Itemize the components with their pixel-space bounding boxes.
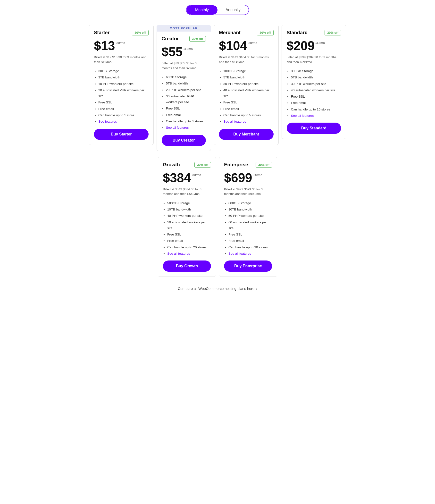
most-popular-banner: MOST POPULAR: [157, 25, 211, 32]
list-item: Free SSL: [166, 106, 206, 111]
discount-badge-merchant: 30% off: [257, 30, 273, 36]
price-dollar-enterprise: $699: [224, 171, 252, 184]
list-item: 300GB Storage: [291, 68, 341, 74]
list-item: 30 PHP workers per site: [223, 81, 274, 87]
billing-note-merchant: Billed at $149 $104.30 for 3 months and …: [219, 55, 274, 64]
price-suffix-starter: .30/mo: [115, 41, 125, 45]
original-price-merchant: $149: [231, 55, 238, 59]
buy-starter-button[interactable]: Buy Starter: [94, 129, 149, 140]
billing-text-starter: $13.30 for 3 months and then $19/mo: [94, 55, 146, 64]
list-item: 5TB bandwidth: [291, 74, 341, 80]
price-dollar-merchant: $104: [219, 39, 247, 52]
card-header-starter: Starter 30% off: [94, 30, 149, 36]
discount-badge-creator: 30% off: [189, 36, 206, 42]
billing-note-starter: Billed at $19 $13.30 for 3 months and th…: [94, 55, 149, 64]
see-features-link-enterprise[interactable]: See all features: [228, 252, 251, 255]
plan-name-merchant: Merchant: [219, 30, 240, 36]
buy-creator-button[interactable]: Buy Creator: [162, 135, 206, 146]
plan-name-starter: Starter: [94, 30, 109, 36]
discount-badge-enterprise: 30% off: [256, 162, 272, 168]
price-block-merchant: $104 .30/mo: [219, 39, 274, 52]
list-item: 40 autoscaled PHP workers per site: [223, 87, 274, 99]
original-price-growth: $549: [175, 188, 182, 191]
list-item: Free SSL: [98, 99, 149, 105]
original-price-standard: $299: [299, 55, 306, 59]
see-features-link-creator[interactable]: See all features: [166, 126, 189, 129]
billing-text-merchant: $104.30 for 3 months and then $149/mo: [219, 55, 269, 64]
plan-card-growth: Growth 30% off $384 .30/mo Billed at $54…: [158, 157, 216, 277]
list-item: Free SSL: [223, 99, 274, 105]
price-suffix-enterprise: .30/mo: [253, 173, 262, 177]
discount-badge-starter: 30% off: [132, 30, 148, 36]
list-item: See features: [98, 119, 149, 125]
billing-text-standard: $209.30 for 3 months and then $299/mo: [287, 55, 337, 64]
buy-merchant-button[interactable]: Buy Merchant: [219, 129, 274, 140]
discount-badge-growth: 30% off: [195, 162, 211, 168]
list-item: 20 PHP workers per site: [166, 87, 206, 93]
list-item: Free email: [167, 238, 211, 244]
price-block-enterprise: $699 .30/mo: [224, 171, 272, 184]
price-block-starter: $13 .30/mo: [94, 39, 149, 52]
monthly-toggle-btn[interactable]: Monthly: [186, 5, 217, 15]
billing-note-enterprise: Billed at $999 $699.30 for 3 months and …: [224, 187, 272, 196]
list-item: Free email: [166, 112, 206, 118]
plan-card-standard: Standard 30% off $209 .30/mo Billed at $…: [282, 25, 346, 139]
billing-note-standard: Billed at $299 $209.30 for 3 months and …: [287, 55, 341, 64]
price-block-growth: $384 .30/mo: [163, 171, 211, 184]
price-block-creator: $55 .30/mo: [162, 45, 206, 58]
original-price-creator: $79: [174, 62, 179, 65]
buy-enterprise-button[interactable]: Buy Enterprise: [224, 261, 272, 272]
list-item: Free SSL: [167, 232, 211, 237]
plans-row-2: Growth 30% off $384 .30/mo Billed at $54…: [89, 157, 346, 277]
list-item: 5TB bandwidth: [223, 74, 274, 80]
list-item: Free email: [291, 100, 341, 106]
annually-toggle-btn[interactable]: Annually: [217, 5, 249, 15]
price-suffix-standard: .30/mo: [315, 41, 325, 45]
list-item: See all features: [223, 119, 274, 125]
price-suffix-merchant: .30/mo: [248, 41, 257, 45]
buy-growth-button[interactable]: Buy Growth: [163, 261, 211, 272]
price-suffix-creator: .30/mo: [183, 47, 193, 51]
price-dollar-standard: $209: [287, 39, 315, 52]
list-item: 40 autoscaled workers per site: [291, 87, 341, 93]
plan-name-growth: Growth: [163, 162, 180, 168]
plan-name-creator: Creator: [162, 36, 179, 42]
list-item: 10 PHP workers per site: [98, 81, 149, 87]
list-item: Free email: [98, 106, 149, 112]
plan-card-starter: Starter 30% off $13 .30/mo Billed at $19…: [89, 25, 154, 145]
list-item: 500GB Storage: [167, 200, 211, 206]
price-block-standard: $209 .30/mo: [287, 39, 341, 52]
features-list-merchant: 100GB Storage 5TB bandwidth 30 PHP worke…: [219, 68, 274, 125]
billing-text-growth: $384.30 for 3 months and then $549/mo: [163, 188, 202, 196]
list-item: Can handle up to 30 stores: [228, 244, 272, 250]
see-features-link-standard[interactable]: See all features: [291, 114, 314, 117]
compare-link[interactable]: Compare all WooCommerce hosting plans he…: [178, 287, 257, 291]
price-dollar-starter: $13: [94, 39, 115, 52]
see-features-link-starter[interactable]: See features: [98, 120, 117, 123]
card-header-enterprise: Enterprise 30% off: [224, 162, 272, 168]
original-price-starter: $19: [106, 55, 111, 59]
list-item: 40 PHP workers per site: [167, 213, 211, 219]
price-dollar-creator: $55: [162, 45, 183, 58]
compare-link-text: Compare all WooCommerce hosting plans he…: [178, 287, 254, 291]
see-features-link-merchant[interactable]: See all features: [223, 120, 246, 123]
features-list-standard: 300GB Storage 5TB bandwidth 30 PHP worke…: [287, 68, 341, 119]
list-item: See all features: [228, 251, 272, 257]
list-item: 60 autoscaled workers per site: [228, 219, 272, 231]
list-item: See all features: [291, 113, 341, 119]
list-item: See all features: [166, 125, 206, 131]
see-features-link-growth[interactable]: See all features: [167, 252, 190, 255]
list-item: Can handle up to 20 stores: [167, 244, 211, 250]
buy-standard-button[interactable]: Buy Standard: [287, 123, 341, 134]
billing-text-creator: $55.30 for 3 months and then $79/mo: [162, 62, 197, 70]
list-item: 3TB bandwidth: [98, 74, 149, 80]
list-item: 30GB Storage: [98, 68, 149, 74]
billing-text-enterprise: $699.30 for 3 months and then $999/mo: [224, 188, 263, 196]
list-item: 100GB Storage: [223, 68, 274, 74]
list-item: Can handle up to 1 store: [98, 112, 149, 118]
list-item: Can handle up to 3 stores: [166, 118, 206, 124]
list-item: 30 autoscaled PHP workers per site: [166, 93, 206, 105]
plan-name-enterprise: Enterprise: [224, 162, 248, 168]
card-header-growth: Growth 30% off: [163, 162, 211, 168]
list-item: 60GB Storage: [166, 74, 206, 80]
